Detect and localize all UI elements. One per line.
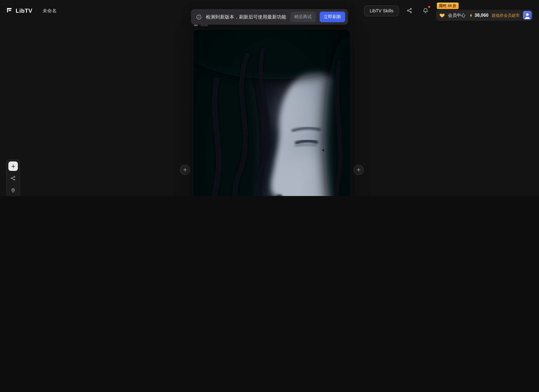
- plus-icon: [183, 167, 188, 172]
- app-canvas: LibTV 未命名 LibTV Skills 限时 39 折: [0, 0, 539, 196]
- notification-dot: [428, 6, 430, 8]
- add-node-button[interactable]: [8, 162, 18, 171]
- update-toast: 检测到新版本，刷新后可使用最新功能 稍后再试 立即刷新: [191, 9, 348, 25]
- share-nodes-icon: [10, 175, 16, 181]
- bell-icon: [422, 7, 429, 15]
- notifications-button[interactable]: [420, 5, 431, 16]
- video-player[interactable]: 0:01 0:15: [193, 29, 351, 196]
- toast-message: 检测到新版本，刷新后可使用最新功能: [206, 14, 286, 20]
- share-button[interactable]: [404, 5, 415, 16]
- logo-text: LibTV: [16, 8, 32, 14]
- member-bar: 会员中心 38,060 超低价会员超市: [436, 10, 533, 21]
- plus-icon: [356, 167, 361, 172]
- pin-icon: [10, 187, 16, 193]
- libtv-logo[interactable]: LibTV: [6, 7, 32, 15]
- add-left-node-button[interactable]: [180, 165, 190, 175]
- promo-badge[interactable]: 限时 39 折: [437, 3, 459, 9]
- plus-icon: [10, 163, 16, 169]
- libtv-logo-icon: [6, 7, 13, 15]
- user-avatar[interactable]: [523, 11, 532, 20]
- pin-button[interactable]: [8, 186, 18, 195]
- topbar-right: LibTV Skills 限时 39 折 会员中心: [364, 2, 533, 20]
- bolt-icon: [469, 13, 474, 18]
- credit-balance[interactable]: 38,060: [469, 13, 488, 18]
- member-cluster: 限时 39 折 会员中心 38,060 超低价会员超市: [436, 3, 533, 21]
- vip-heart-icon: [439, 13, 445, 18]
- skills-button[interactable]: LibTV Skills: [364, 5, 399, 16]
- share-canvas-button[interactable]: [8, 173, 18, 183]
- video-frame-image: [193, 29, 351, 196]
- left-toolbar: [6, 159, 20, 196]
- document-title[interactable]: 未命名: [43, 8, 57, 14]
- info-icon: [196, 14, 202, 20]
- retry-later-button[interactable]: 稍后再试: [290, 12, 316, 22]
- left-toolbar-group-main: [6, 159, 20, 196]
- member-center-link[interactable]: 会员中心: [448, 12, 466, 18]
- share-icon: [406, 7, 413, 15]
- member-market-link[interactable]: 超低价会员超市: [492, 13, 520, 18]
- add-right-node-button[interactable]: [354, 165, 364, 175]
- topbar-left: LibTV 未命名: [6, 7, 57, 15]
- video-node: 视频: [193, 29, 351, 196]
- refresh-now-button[interactable]: 立即刷新: [320, 12, 345, 22]
